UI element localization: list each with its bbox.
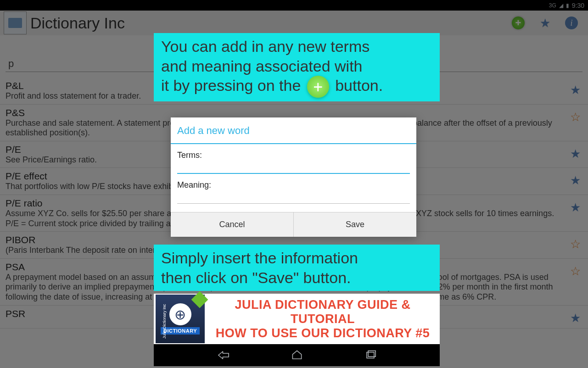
meaning-input[interactable] xyxy=(177,193,410,204)
free-tag xyxy=(191,291,208,308)
callout-line: it by pressing on the xyxy=(161,77,301,94)
callout-line: button. xyxy=(335,77,383,94)
callout-line: You can add in any new terms xyxy=(161,38,370,55)
save-button[interactable]: Save xyxy=(294,212,416,237)
banner-line2: HOW TO USE OUR DICTIONARY #5 xyxy=(209,326,436,340)
plus-icon: + xyxy=(307,76,329,98)
callout-line: then click on "Save" button. xyxy=(161,269,351,286)
dialog-title: Add a new word xyxy=(171,117,416,143)
terms-input[interactable] xyxy=(177,163,410,174)
terms-label: Terms: xyxy=(177,151,202,160)
recents-button[interactable] xyxy=(357,346,384,364)
logo-sidetext: Julia Dictionary Inc xyxy=(162,297,167,339)
cancel-button[interactable]: Cancel xyxy=(171,212,294,237)
callout-line: and meaning associated with xyxy=(161,57,363,75)
julia-logo-icon: Julia Dictionary Inc ⊕ DICTIONARY xyxy=(156,295,205,343)
home-button[interactable] xyxy=(283,346,311,364)
tutorial-callout-bottom: Simply insert the information then click… xyxy=(154,245,440,291)
tutorial-callout-top: You can add in any new terms and meaning… xyxy=(154,33,440,101)
tutorial-banner: Julia Dictionary Inc ⊕ DICTIONARY JULIA … xyxy=(154,294,440,344)
globe-icon: ⊕ xyxy=(169,303,191,325)
callout-line: Simply insert the information xyxy=(161,249,358,267)
add-word-dialog: Add a new word Terms: Meaning: Cancel Sa… xyxy=(171,117,416,237)
banner-titles: JULIA DICTIONARY GUIDE & TUTORIAL HOW TO… xyxy=(209,298,436,340)
android-navbar xyxy=(154,344,440,366)
banner-line1: JULIA DICTIONARY GUIDE & TUTORIAL xyxy=(209,298,436,326)
meaning-label: Meaning: xyxy=(177,180,211,190)
back-button[interactable] xyxy=(210,346,237,364)
